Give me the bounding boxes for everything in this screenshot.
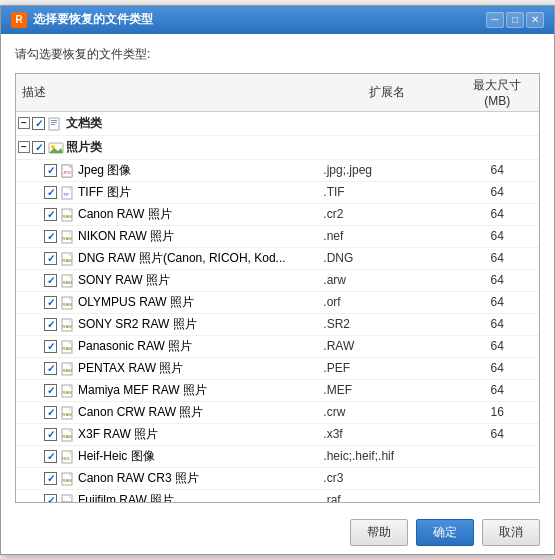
item-label: Canon RAW CR3 照片 xyxy=(78,471,199,485)
collapse-icon[interactable]: − xyxy=(18,117,30,129)
item-checkbox[interactable] xyxy=(44,494,57,503)
item-label: Jpeg 图像 xyxy=(78,163,131,177)
ok-button[interactable]: 确定 xyxy=(416,519,474,546)
table-row[interactable]: RAWDNG RAW 照片(Canon, RICOH, Kod....DNG64 xyxy=(16,247,539,269)
category-checkbox[interactable] xyxy=(32,141,45,154)
category-checkbox[interactable] xyxy=(32,117,45,130)
raw-file-icon: RAW xyxy=(60,361,76,375)
cancel-button[interactable]: 取消 xyxy=(482,519,540,546)
svg-text:JPG: JPG xyxy=(63,170,71,175)
category-label: 照片类 xyxy=(66,140,102,154)
col-ext: 扩展名 xyxy=(319,74,455,112)
item-label: Mamiya MEF RAW 照片 xyxy=(78,383,207,397)
table-row[interactable]: JPGJpeg 图像.jpg;.jpeg64 xyxy=(16,159,539,181)
file-type-table-container[interactable]: 描述 扩展名 最大尺寸(MB) −文档类−照片类JPGJpeg 图像.jpg;.… xyxy=(15,73,540,503)
table-row[interactable]: RAWCanon RAW CR3 照片.cr3 xyxy=(16,467,539,489)
item-label: OLYMPUS RAW 照片 xyxy=(78,295,194,309)
jpeg-file-icon: JPG xyxy=(60,163,76,177)
item-checkbox[interactable] xyxy=(44,164,57,177)
raw-file-icon: RAW xyxy=(60,383,76,397)
raw-file-icon: RAW xyxy=(60,339,76,353)
item-checkbox[interactable] xyxy=(44,252,57,265)
svg-text:RAW: RAW xyxy=(63,258,72,263)
item-label: DNG RAW 照片(Canon, RICOH, Kod... xyxy=(78,251,286,265)
svg-text:RAW: RAW xyxy=(63,214,72,219)
item-label: PENTAX RAW 照片 xyxy=(78,361,183,375)
svg-text:RAW: RAW xyxy=(63,346,72,351)
raw-file-icon: RAW xyxy=(60,207,76,221)
item-label: Fujifilm RAW 照片 xyxy=(78,493,174,503)
collapse-icon[interactable]: − xyxy=(18,141,30,153)
svg-rect-2 xyxy=(51,122,57,123)
table-row[interactable]: RAWNIKON RAW 照片.nef64 xyxy=(16,225,539,247)
raw-file-icon: RAW xyxy=(60,273,76,287)
table-header-row: 描述 扩展名 最大尺寸(MB) xyxy=(16,74,539,112)
photo-icon xyxy=(48,141,64,154)
item-label: SONY RAW 照片 xyxy=(78,273,170,287)
table-row[interactable]: RAWX3F RAW 照片.x3f64 xyxy=(16,423,539,445)
svg-text:TIF: TIF xyxy=(63,192,70,197)
app-icon: R xyxy=(11,12,27,28)
dialog-content: 请勾选要恢复的文件类型: 描述 扩展名 最大尺寸(MB) xyxy=(1,34,554,511)
item-checkbox[interactable] xyxy=(44,428,57,441)
item-checkbox[interactable] xyxy=(44,340,57,353)
dialog-subtitle: 请勾选要恢复的文件类型: xyxy=(15,46,540,63)
svg-text:RAW: RAW xyxy=(63,412,72,417)
item-label: Heif-Heic 图像 xyxy=(78,449,155,463)
table-row[interactable]: RAWPENTAX RAW 照片.PEF64 xyxy=(16,357,539,379)
table-row[interactable]: RAWCanon RAW 照片.cr264 xyxy=(16,203,539,225)
table-row[interactable]: −文档类 xyxy=(16,111,539,135)
raw-file-icon: RAW xyxy=(60,295,76,309)
title-bar: R 选择要恢复的文件类型 ─ □ ✕ xyxy=(1,6,554,34)
table-row[interactable]: −照片类 xyxy=(16,135,539,159)
title-bar-left: R 选择要恢复的文件类型 xyxy=(11,11,153,28)
table-row[interactable]: HEICHeif-Heic 图像.heic;.heif;.hif xyxy=(16,445,539,467)
table-row[interactable]: RAWFujifilm RAW 照片.raf xyxy=(16,489,539,503)
item-checkbox[interactable] xyxy=(44,230,57,243)
item-checkbox[interactable] xyxy=(44,406,57,419)
title-controls: ─ □ ✕ xyxy=(486,12,544,28)
item-checkbox[interactable] xyxy=(44,362,57,375)
svg-text:RAW: RAW xyxy=(63,302,72,307)
main-window: R 选择要恢复的文件类型 ─ □ ✕ 请勾选要恢复的文件类型: 描述 扩展名 xyxy=(0,5,555,555)
category-label: 文档类 xyxy=(66,116,102,130)
svg-text:RAW: RAW xyxy=(63,434,72,439)
item-label: Canon RAW 照片 xyxy=(78,207,172,221)
item-label: X3F RAW 照片 xyxy=(78,427,158,441)
svg-text:HEIC: HEIC xyxy=(62,457,71,461)
col-desc: 描述 xyxy=(16,74,319,112)
window-title: 选择要恢复的文件类型 xyxy=(33,11,153,28)
item-checkbox[interactable] xyxy=(44,472,57,485)
item-checkbox[interactable] xyxy=(44,274,57,287)
minimize-button[interactable]: ─ xyxy=(486,12,504,28)
svg-text:RAW: RAW xyxy=(63,478,72,483)
table-row[interactable]: RAWOLYMPUS RAW 照片.orf64 xyxy=(16,291,539,313)
table-row[interactable]: RAWSONY SR2 RAW 照片.SR264 xyxy=(16,313,539,335)
item-checkbox[interactable] xyxy=(44,450,57,463)
heic-file-icon: HEIC xyxy=(60,449,76,463)
item-checkbox[interactable] xyxy=(44,208,57,221)
dialog-footer: 帮助 确定 取消 xyxy=(1,511,554,554)
docs-icon xyxy=(48,117,64,130)
maximize-button[interactable]: □ xyxy=(506,12,524,28)
item-checkbox[interactable] xyxy=(44,318,57,331)
close-button[interactable]: ✕ xyxy=(526,12,544,28)
table-row[interactable]: TIFTIFF 图片.TIF64 xyxy=(16,181,539,203)
item-label: Canon CRW RAW 照片 xyxy=(78,405,203,419)
svg-text:RAW: RAW xyxy=(63,324,72,329)
svg-rect-3 xyxy=(51,124,55,125)
table-row[interactable]: RAWMamiya MEF RAW 照片.MEF64 xyxy=(16,379,539,401)
raw-file-icon: RAW xyxy=(60,251,76,265)
svg-text:RAW: RAW xyxy=(63,236,72,241)
table-row[interactable]: RAWPanasonic RAW 照片.RAW64 xyxy=(16,335,539,357)
item-checkbox[interactable] xyxy=(44,296,57,309)
col-size: 最大尺寸(MB) xyxy=(455,74,539,112)
item-checkbox[interactable] xyxy=(44,186,57,199)
table-row[interactable]: RAWSONY RAW 照片.arw64 xyxy=(16,269,539,291)
item-checkbox[interactable] xyxy=(44,384,57,397)
item-label: SONY SR2 RAW 照片 xyxy=(78,317,197,331)
item-label: TIFF 图片 xyxy=(78,185,131,199)
raw-file-icon: RAW xyxy=(60,427,76,441)
table-row[interactable]: RAWCanon CRW RAW 照片.crw16 xyxy=(16,401,539,423)
help-button[interactable]: 帮助 xyxy=(350,519,408,546)
